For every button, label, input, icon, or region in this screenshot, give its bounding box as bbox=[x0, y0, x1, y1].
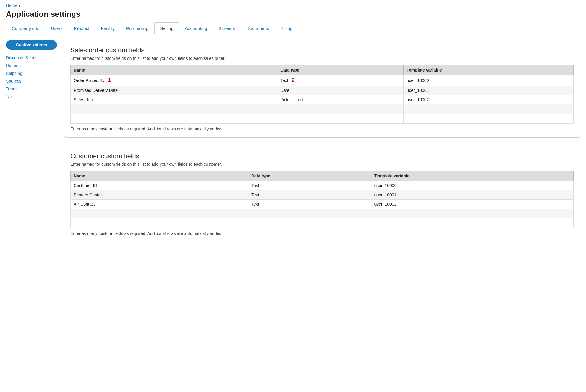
empty-name[interactable] bbox=[71, 104, 277, 114]
row1-template[interactable]: user_10000 bbox=[371, 181, 574, 190]
empty-datatype[interactable] bbox=[277, 114, 404, 124]
empty-template[interactable] bbox=[404, 114, 574, 124]
row2-name[interactable]: Primary Contact bbox=[71, 190, 248, 200]
sidebar: Customizations Discounts & fees Returns … bbox=[6, 40, 57, 242]
col-datatype-header: Data type bbox=[277, 65, 404, 75]
empty-datatype[interactable] bbox=[277, 104, 404, 114]
empty-template[interactable] bbox=[404, 104, 574, 114]
col-name-header: Name bbox=[71, 171, 248, 181]
table-row: Order Placed By 1 Text 2 user_10000 bbox=[71, 75, 574, 86]
customer-description: Enter names for custom fields on this li… bbox=[70, 162, 574, 167]
row1-datatype[interactable]: Text bbox=[248, 181, 371, 190]
table-row: Promised Delivery Date Date user_10001 bbox=[71, 86, 574, 95]
tab-billing[interactable]: Billing bbox=[275, 22, 298, 34]
table-row: AP Contact Text user_10002 bbox=[71, 200, 574, 209]
table-row: Sales Rep Pick list edit user_10002 bbox=[71, 95, 574, 104]
empty-template[interactable] bbox=[371, 209, 574, 218]
row1-name[interactable]: Customer ID bbox=[71, 181, 248, 190]
sidebar-item-sources[interactable]: Sources bbox=[6, 77, 57, 85]
row3-template[interactable]: user_10002 bbox=[371, 200, 574, 209]
empty-name[interactable] bbox=[71, 218, 248, 228]
row2-template[interactable]: user_10001 bbox=[404, 86, 574, 95]
sidebar-item-terms[interactable]: Terms bbox=[6, 85, 57, 93]
sidebar-item-discounts-fees[interactable]: Discounts & fees bbox=[6, 54, 57, 62]
customizations-button[interactable]: Customizations bbox=[6, 40, 57, 50]
sales-order-footer: Enter as many custom fields as required.… bbox=[70, 127, 574, 131]
customer-section: Customer custom fields Enter names for c… bbox=[64, 146, 580, 242]
tab-purchasing[interactable]: Purchasing bbox=[120, 22, 154, 34]
sales-order-section: Sales order custom fields Enter names fo… bbox=[64, 40, 580, 138]
empty-name[interactable] bbox=[71, 114, 277, 124]
tab-company-info[interactable]: Company info bbox=[6, 22, 45, 34]
page-title: Application settings bbox=[0, 8, 586, 22]
empty-datatype[interactable] bbox=[248, 209, 371, 218]
breadcrumb-home[interactable]: Home bbox=[6, 4, 17, 8]
empty-template[interactable] bbox=[371, 218, 574, 228]
tabs-nav: Company info Users Product Facility Purc… bbox=[0, 22, 586, 34]
row3-name[interactable]: AP Contact bbox=[71, 200, 248, 209]
tab-selling[interactable]: Selling bbox=[154, 22, 179, 34]
badge-2: 2 bbox=[292, 77, 294, 83]
row3-name[interactable]: Sales Rep bbox=[71, 95, 277, 104]
sidebar-item-returns[interactable]: Returns bbox=[6, 62, 57, 69]
row3-template[interactable]: user_10002 bbox=[404, 95, 574, 104]
customer-footer: Enter as many custom fields as required.… bbox=[70, 231, 574, 236]
customer-table: Name Data type Template variable Custome… bbox=[70, 171, 574, 228]
col-template-header: Template variable bbox=[371, 171, 574, 181]
badge-1: 1 bbox=[108, 77, 111, 83]
sidebar-item-shipping[interactable]: Shipping bbox=[6, 69, 57, 77]
breadcrumb: Home > bbox=[0, 0, 586, 8]
row1-template[interactable]: user_10000 bbox=[404, 75, 574, 86]
table-row: Primary Contact Text user_10001 bbox=[71, 190, 574, 200]
tab-accounting[interactable]: Accounting bbox=[179, 22, 213, 34]
tab-screens[interactable]: Screens bbox=[213, 22, 241, 34]
row2-name[interactable]: Promised Delivery Date bbox=[71, 86, 277, 95]
breadcrumb-separator: > bbox=[18, 4, 21, 8]
col-name-header: Name bbox=[71, 65, 277, 75]
tab-product[interactable]: Product bbox=[68, 22, 95, 34]
col-template-header: Template variable bbox=[404, 65, 574, 75]
row1-datatype[interactable]: Text 2 bbox=[277, 75, 404, 86]
main-content: Sales order custom fields Enter names fo… bbox=[64, 40, 580, 242]
table-row-empty bbox=[71, 209, 574, 218]
table-row: Customer ID Text user_10000 bbox=[71, 181, 574, 190]
sidebar-item-tax[interactable]: Tax bbox=[6, 93, 57, 101]
sales-order-table: Name Data type Template variable Order P… bbox=[70, 65, 574, 124]
row2-datatype[interactable]: Date bbox=[277, 86, 404, 95]
edit-pick-list-link[interactable]: edit bbox=[298, 97, 305, 102]
row2-template[interactable]: user_10001 bbox=[371, 190, 574, 200]
table-row-empty bbox=[71, 114, 574, 124]
empty-datatype[interactable] bbox=[248, 218, 371, 228]
table-row-empty bbox=[71, 218, 574, 228]
customer-title: Customer custom fields bbox=[70, 152, 574, 160]
row1-name[interactable]: Order Placed By 1 bbox=[71, 75, 277, 86]
sales-order-description: Enter names for custom fields on this li… bbox=[70, 56, 574, 61]
tab-users[interactable]: Users bbox=[45, 22, 68, 34]
row2-datatype[interactable]: Text bbox=[248, 190, 371, 200]
tab-facility[interactable]: Facility bbox=[95, 22, 120, 34]
row3-datatype[interactable]: Pick list edit bbox=[277, 95, 404, 104]
content-layout: Customizations Discounts & fees Returns … bbox=[0, 34, 586, 248]
tab-documents[interactable]: Documents bbox=[241, 22, 275, 34]
row3-datatype[interactable]: Text bbox=[248, 200, 371, 209]
table-row-empty bbox=[71, 104, 574, 114]
sales-order-title: Sales order custom fields bbox=[70, 46, 574, 54]
empty-name[interactable] bbox=[71, 209, 248, 218]
col-datatype-header: Data type bbox=[248, 171, 371, 181]
